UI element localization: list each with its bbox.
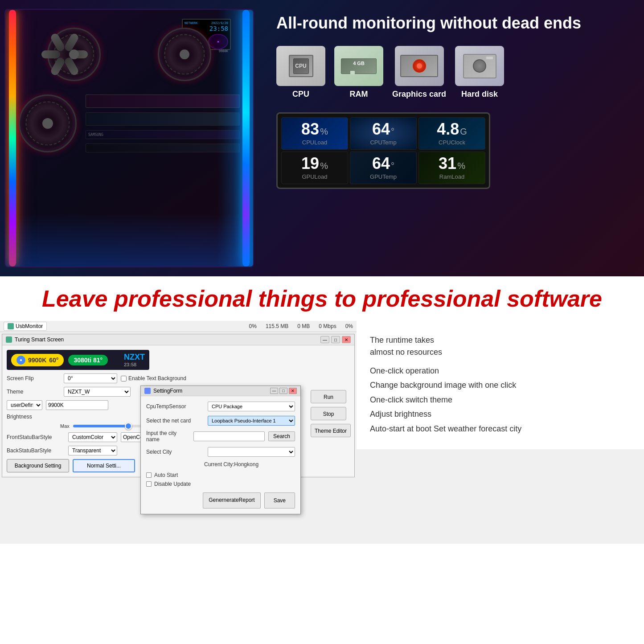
select-city-label: Select City <box>146 449 204 455</box>
city-name-label: Input the city name <box>146 430 190 443</box>
screen-flip-select[interactable]: 0° <box>64 373 117 383</box>
cpu-temp-sensor-row: CpuTempSensor CPU Package <box>146 402 295 411</box>
taskbar-cpu-pct: 0% <box>249 323 257 329</box>
net-card-select[interactable]: Loopback Pseudo-Interface 1 <box>208 416 295 426</box>
hw-label-gpu: Graphics card <box>392 90 446 99</box>
dialog-title: SettingForm <box>153 388 182 394</box>
cpu-temp-sensor-select[interactable]: CPU Package <box>208 402 295 411</box>
hardware-icons: CPU CPU 4 GB RAM <box>276 46 631 99</box>
background-setting-button[interactable]: Background Setting <box>7 459 69 472</box>
right-desc-item-1: One-click operation <box>370 364 631 378</box>
generate-report-button[interactable]: GenernerateReport <box>203 492 260 509</box>
dialog-maximize-button[interactable]: □ <box>279 388 287 394</box>
ram-load-unit: % <box>457 161 465 171</box>
stat-cpu-clock: 4.8 G CPUClock <box>418 117 485 150</box>
gpu-temp-value: 64 <box>372 156 390 172</box>
user-define-input[interactable] <box>46 400 108 410</box>
close-button[interactable]: ✕ <box>342 336 351 343</box>
cpu-inner: CPU <box>293 58 309 74</box>
taskbar-net: 0 Mbps <box>319 323 336 329</box>
disable-update-row: Disable Update <box>146 481 295 487</box>
setting-form-dialog: SettingForm — □ ✕ CpuTempSensor <box>140 386 301 514</box>
preview-cpu-temp: 60° <box>49 357 58 364</box>
normal-setting-button[interactable]: Normal Setti... <box>73 459 135 472</box>
cpu-body: CPU <box>289 55 313 77</box>
minimize-button[interactable]: — <box>320 336 329 343</box>
current-city-label: Current City:Hongkong <box>146 461 295 468</box>
stat-ram-load: 31 % RamLoad <box>418 152 485 184</box>
taskbar-app-name: UsbMonitor <box>16 323 43 329</box>
right-desc-title: The runtime takes almost no resources <box>370 334 631 358</box>
run-button[interactable]: Run <box>311 390 346 403</box>
dialog-bottom-row: GenernerateReport Save <box>146 492 295 509</box>
dialog-close-button[interactable]: ✕ <box>289 388 297 394</box>
theme-preview: ● 9900K 60° 3080ti 81° NZXT 23:58 <box>7 350 149 370</box>
user-define-select[interactable]: userDefine1 <box>7 400 42 410</box>
screen-flip-row: Screen Flip 0° Enable Text Background <box>7 373 350 383</box>
right-desc-line1: The runtime takes <box>370 336 434 345</box>
fans-row2: SAMSUNG <box>5 86 253 157</box>
top-right: All-round monitoring without dead ends C… <box>258 0 644 276</box>
gpu-load-unit: % <box>320 161 328 171</box>
hw-item-gpu: Graphics card <box>392 46 446 99</box>
cpu-temp-value: 64 <box>372 121 390 137</box>
search-button[interactable]: Search <box>268 431 295 441</box>
fan2 <box>158 28 211 81</box>
gpu-load-label: GPULoad <box>302 173 327 180</box>
taskbar-stats: 0% 115.5 MB 0 MB 0 Mbps 0% <box>249 323 353 329</box>
cpu-load-unit: % <box>320 127 328 137</box>
stat-cpu-temp: 64 ° CPUTemp <box>350 117 417 150</box>
city-name-input[interactable] <box>193 431 265 441</box>
preview-time: 23:58 <box>124 362 145 367</box>
side-buttons: Run Stop Theme Editor <box>311 390 351 437</box>
gpu-temp-label: GPUTemp <box>370 173 397 180</box>
screen-flip-label: Screen Flip <box>7 375 60 381</box>
taskbar-app[interactable]: UsbMonitor <box>4 322 47 331</box>
cpu-chip: CPU <box>289 55 313 77</box>
front-status-label: FrontStatuBarStyle <box>7 434 65 440</box>
window-inner: ● 9900K 60° 3080ti 81° NZXT 23:58 <box>2 345 354 477</box>
net-card-label: Select the net card <box>146 418 204 424</box>
cpu-temp-unit: ° <box>391 127 394 137</box>
ram-load-value: 31 <box>439 156 456 172</box>
enable-text-bg-label: Enable Text Background <box>128 375 186 381</box>
dialog-icon <box>144 388 151 394</box>
stop-button[interactable]: Stop <box>311 407 346 420</box>
enable-text-bg-checkbox[interactable] <box>121 376 127 381</box>
city-name-row: Input the city name Search <box>146 430 295 443</box>
brightness-label: Brightness <box>7 414 60 420</box>
front-status-select[interactable]: CustomColor <box>68 432 117 442</box>
theme-label: Theme <box>7 389 60 395</box>
top-section: NETWORK2022/6/20 23:58 ● ● 9900K <box>0 0 644 276</box>
cpu-load-value: 83 <box>301 121 319 137</box>
window-controls: — □ ✕ <box>320 336 351 343</box>
stat-gpu-load: 19 % GPULoad <box>281 152 348 184</box>
ram-load-label: RamLoad <box>439 173 464 180</box>
theme-select[interactable]: NZXT_W <box>64 387 131 397</box>
right-desc-list: One-click operation Change background im… <box>370 364 631 436</box>
pc-case: NETWORK2022/6/20 23:58 ● ● 9900K <box>4 9 254 267</box>
back-status-label: BackStatuBarStyle <box>7 447 65 454</box>
disable-update-checkbox[interactable] <box>146 481 152 487</box>
cpu-clock-label: CPUClock <box>439 139 465 146</box>
window-titlebar: Turing Smart Screen — □ ✕ <box>2 334 354 345</box>
taskbar-app-icon <box>8 323 14 329</box>
pc-image-area: NETWORK2022/6/20 23:58 ● ● 9900K <box>0 0 258 276</box>
maximize-button[interactable]: □ <box>331 336 340 343</box>
stats-display: 83 % CPULoad 64 ° CPUTemp 4.8 G CPUClock <box>276 112 490 189</box>
gpu-temp-unit: ° <box>391 161 394 171</box>
back-status-select[interactable]: Transparent <box>68 446 117 455</box>
bottom-section: UsbMonitor 0% 115.5 MB 0 MB 0 Mbps 0% Tu… <box>0 321 644 544</box>
auto-start-checkbox[interactable] <box>146 472 152 478</box>
main-window-container: Turing Smart Screen — □ ✕ ● <box>0 334 357 477</box>
brightness-thumb <box>125 422 132 430</box>
theme-editor-button[interactable]: Theme Editor <box>311 424 351 437</box>
chip-icon-cpu: ● <box>16 356 25 365</box>
gpu-load-value: 19 <box>301 156 319 172</box>
save-button[interactable]: Save <box>264 492 295 509</box>
cpu-temp-label: CPUTemp <box>370 139 396 146</box>
dialog-minimize-button[interactable]: — <box>270 388 278 394</box>
select-city-select[interactable] <box>208 447 295 457</box>
cpu-clock-unit: G <box>460 127 467 137</box>
cpu-icon-box: CPU <box>276 46 325 86</box>
